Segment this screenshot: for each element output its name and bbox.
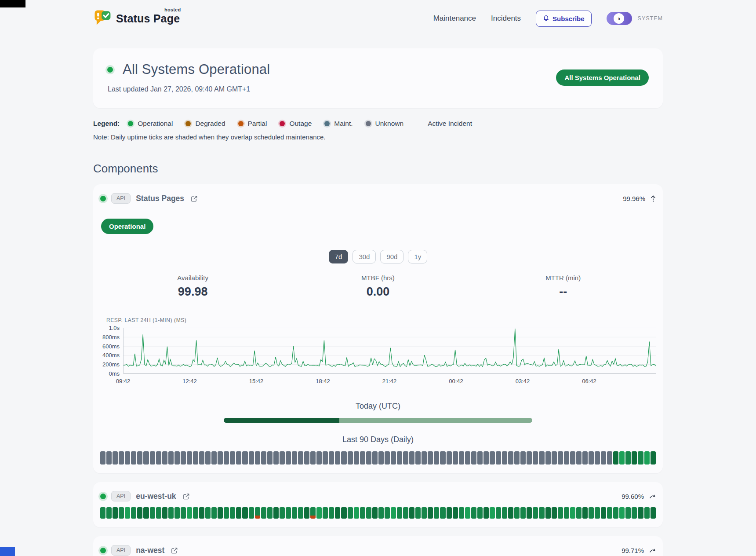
- uptime-tick[interactable]: [218, 451, 223, 465]
- uptime-tick[interactable]: [378, 451, 384, 465]
- uptime-tick[interactable]: [625, 451, 631, 465]
- uptime-tick[interactable]: [558, 451, 563, 465]
- uptime-tick[interactable]: [273, 451, 279, 465]
- uptime-tick[interactable]: [193, 507, 198, 519]
- nav-incidents[interactable]: Incidents: [491, 14, 521, 23]
- uptime-tick[interactable]: [298, 507, 303, 519]
- logo[interactable]: Status Page hosted: [93, 8, 180, 29]
- uptime-tick[interactable]: [409, 451, 414, 465]
- uptime-tick[interactable]: [366, 507, 371, 519]
- uptime-tick[interactable]: [391, 451, 396, 465]
- uptime-tick[interactable]: [607, 507, 612, 519]
- uptime-tick[interactable]: [286, 507, 291, 519]
- uptime-tick[interactable]: [552, 451, 557, 465]
- uptime-tick[interactable]: [168, 507, 174, 519]
- uptime-tick[interactable]: [292, 451, 297, 465]
- uptime-tick[interactable]: [329, 507, 334, 519]
- uptime-tick[interactable]: [459, 451, 464, 465]
- uptime-tick[interactable]: [242, 451, 247, 465]
- uptime-tick[interactable]: [255, 451, 260, 465]
- uptime-tick[interactable]: [273, 507, 279, 519]
- uptime-tick[interactable]: [100, 507, 105, 519]
- external-link-icon[interactable]: [190, 195, 198, 202]
- uptime-tick[interactable]: [119, 451, 124, 465]
- uptime-tick[interactable]: [224, 451, 229, 465]
- theme-toggle[interactable]: ◑: [607, 12, 632, 25]
- uptime-tick[interactable]: [242, 507, 247, 519]
- uptime-tick[interactable]: [298, 451, 303, 465]
- uptime-tick[interactable]: [447, 451, 452, 465]
- uptime-tick[interactable]: [564, 507, 569, 519]
- uptime-tick[interactable]: [422, 507, 427, 519]
- uptime-tick[interactable]: [477, 507, 483, 519]
- uptime-tick[interactable]: [520, 507, 526, 519]
- uptime-tick[interactable]: [564, 451, 569, 465]
- uptime-tick[interactable]: [601, 507, 606, 519]
- uptime-tick[interactable]: [589, 507, 594, 519]
- uptime-tick[interactable]: [205, 507, 211, 519]
- uptime-tick[interactable]: [150, 507, 155, 519]
- uptime-tick[interactable]: [378, 507, 384, 519]
- uptime-tick[interactable]: [496, 451, 501, 465]
- uptime-tick[interactable]: [236, 507, 241, 519]
- uptime-tick[interactable]: [329, 451, 334, 465]
- uptime-tick[interactable]: [335, 507, 340, 519]
- uptime-tick[interactable]: [199, 507, 204, 519]
- uptime-tick[interactable]: [372, 451, 378, 465]
- uptime-tick[interactable]: [582, 451, 588, 465]
- uptime-tick[interactable]: [316, 451, 322, 465]
- uptime-tick[interactable]: [483, 507, 489, 519]
- uptime-tick[interactable]: [236, 451, 241, 465]
- uptime-tick[interactable]: [644, 451, 650, 465]
- uptime-tick[interactable]: [348, 451, 353, 465]
- uptime-tick[interactable]: [607, 451, 612, 465]
- range-button-7d[interactable]: 7d: [329, 250, 349, 263]
- uptime-tick[interactable]: [113, 507, 118, 519]
- uptime-tick[interactable]: [249, 507, 254, 519]
- uptime-tick[interactable]: [335, 451, 340, 465]
- uptime-tick[interactable]: [638, 451, 643, 465]
- uptime-tick[interactable]: [224, 507, 229, 519]
- uptime-tick[interactable]: [508, 451, 513, 465]
- uptime-tick[interactable]: [131, 451, 136, 465]
- uptime-tick[interactable]: [465, 507, 470, 519]
- uptime-tick[interactable]: [471, 451, 476, 465]
- uptime-tick[interactable]: [415, 451, 421, 465]
- uptime-tick[interactable]: [267, 507, 273, 519]
- uptime-tick[interactable]: [323, 451, 328, 465]
- uptime-tick[interactable]: [558, 507, 563, 519]
- uptime-tick[interactable]: [168, 451, 174, 465]
- uptime-tick[interactable]: [310, 507, 316, 519]
- uptime-tick[interactable]: [471, 507, 476, 519]
- uptime-tick[interactable]: [533, 451, 538, 465]
- range-button-90d[interactable]: 90d: [380, 250, 403, 263]
- uptime-tick[interactable]: [514, 451, 520, 465]
- uptime-tick[interactable]: [106, 507, 112, 519]
- uptime-tick[interactable]: [397, 451, 402, 465]
- uptime-tick[interactable]: [385, 507, 390, 519]
- uptime-tick[interactable]: [582, 507, 588, 519]
- uptime-tick[interactable]: [409, 507, 414, 519]
- uptime-tick[interactable]: [316, 507, 322, 519]
- uptime-tick[interactable]: [205, 451, 211, 465]
- uptime-tick[interactable]: [211, 451, 217, 465]
- uptime-tick[interactable]: [533, 507, 538, 519]
- uptime-tick[interactable]: [372, 507, 378, 519]
- uptime-tick[interactable]: [348, 507, 353, 519]
- uptime-tick[interactable]: [187, 451, 192, 465]
- uptime-tick[interactable]: [397, 507, 402, 519]
- uptime-tick[interactable]: [570, 507, 575, 519]
- uptime-tick[interactable]: [465, 451, 470, 465]
- uptime-tick[interactable]: [601, 451, 606, 465]
- uptime-tick[interactable]: [143, 507, 149, 519]
- uptime-tick[interactable]: [341, 507, 346, 519]
- uptime-tick[interactable]: [230, 507, 235, 519]
- uptime-tick[interactable]: [632, 507, 637, 519]
- uptime-tick[interactable]: [490, 451, 495, 465]
- uptime-tick[interactable]: [632, 451, 637, 465]
- external-link-icon[interactable]: [171, 547, 178, 554]
- uptime-tick[interactable]: [137, 451, 142, 465]
- uptime-tick[interactable]: [496, 507, 501, 519]
- uptime-tick[interactable]: [527, 507, 532, 519]
- uptime-tick[interactable]: [137, 507, 142, 519]
